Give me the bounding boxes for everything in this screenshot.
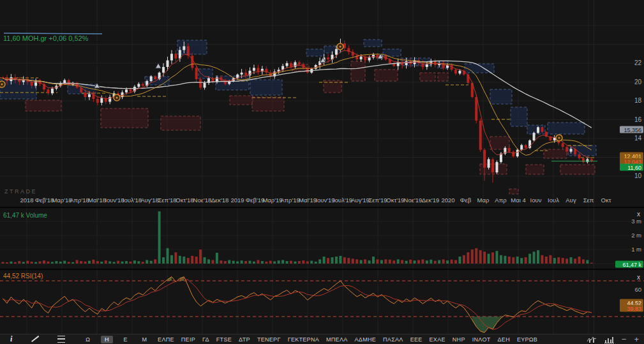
demand-zone-box xyxy=(420,73,435,81)
demand-zone-box xyxy=(252,97,284,111)
volume-pane-close-button[interactable]: x xyxy=(637,211,640,218)
trendline[interactable] xyxy=(4,33,102,34)
price-axis-label: 22 xyxy=(634,59,642,66)
trading-app: 2018Φεβ'18Μαρ'18Απρ'18Μαϊ'18Ιουν'18Ιουλ'… xyxy=(0,0,644,344)
ticker-button-ΤΕΝΕΡΓ[interactable]: ΤΕΝΕΡΓ xyxy=(257,336,281,343)
volume-axis-label: 2 m xyxy=(631,232,641,239)
period-button-Μ[interactable]: Μ xyxy=(139,336,151,343)
time-axis-label: Οκτ xyxy=(601,197,611,204)
supply-zone-box xyxy=(250,80,282,95)
price-axis-label: 16 xyxy=(634,116,642,123)
time-axis-label: 2020 xyxy=(441,197,454,204)
ticker-button-ΠΕΙΡ[interactable]: ΠΕΙΡ xyxy=(181,336,195,343)
indicators-icon[interactable] xyxy=(57,335,65,344)
time-axis-label: Μαρ'19 xyxy=(262,197,282,204)
chart-type-icon[interactable] xyxy=(587,335,597,344)
rsi-badge-text: 39,83 xyxy=(627,306,641,312)
demand-zone-box xyxy=(560,165,595,174)
time-axis-label: Οκτ'18 xyxy=(176,197,193,204)
price-axis-label: 20 xyxy=(634,79,642,86)
ticker-button-ΔΕΗ[interactable]: ΔΕΗ xyxy=(498,336,510,343)
time-axis-label: Αυγ'18 xyxy=(140,197,159,204)
demand-zone-box xyxy=(438,73,448,81)
time-axis-label: Μαϊ'19 xyxy=(299,197,317,204)
volume-axis-label: 3 m xyxy=(631,218,641,225)
rsi-signal-line xyxy=(3,279,592,330)
line-tool-icon[interactable] xyxy=(31,335,38,344)
time-axis-label: Δεκ'19 xyxy=(422,197,440,204)
bottom-toolbar: iΩΗΕΜΕΛΠΕΠΕΙΡΓΔFTSEΔΤΡΤΕΝΕΡΓΓΕΚΤΕΡΝΑΜΠΕΛ… xyxy=(0,334,644,344)
supply-zone-box xyxy=(548,123,585,134)
price-axis-label: 18 xyxy=(634,97,642,104)
split-marker-icon xyxy=(156,63,161,68)
ticker-button-ΙΝΛΟΤ[interactable]: ΙΝΛΟΤ xyxy=(472,336,491,343)
ticker-button-ΓΕΚΤΕΡΝΑ[interactable]: ΓΕΚΤΕΡΝΑ xyxy=(288,336,319,343)
time-axis-label: Σεπ'18 xyxy=(158,197,176,204)
time-axis-label: Ιουν'19 xyxy=(315,197,334,204)
info-glyph: i xyxy=(10,334,12,344)
time-axis-label: Αυγ xyxy=(565,197,576,204)
time-axis-label: Δεκ'18 xyxy=(211,197,229,204)
supply-zone-box xyxy=(145,77,169,85)
time-axis-label: 2019 xyxy=(230,197,244,204)
info-icon[interactable]: i xyxy=(10,335,12,344)
price-axis-label: 10 xyxy=(634,172,642,179)
ticker-button-ΕΧΑΕ[interactable]: ΕΧΑΕ xyxy=(430,336,446,343)
price-badge-text: 11,60 xyxy=(627,165,641,171)
ticker-button-ΜΠΕΛΑ[interactable]: ΜΠΕΛΑ xyxy=(326,336,348,343)
time-axis-label: Απρ'19 xyxy=(280,197,300,204)
supply-zone-box xyxy=(364,40,382,47)
time-axis-label: Οκτ'19 xyxy=(386,197,404,204)
chart-canvas[interactable]: 2018Φεβ'18Μαρ'18Απρ'18Μαϊ'18Ιουν'18Ιουλ'… xyxy=(0,0,644,334)
time-axis-label: Αυγ'19 xyxy=(351,197,370,204)
volume-indicator-icon[interactable] xyxy=(604,335,614,344)
period-button-Η[interactable]: Η xyxy=(101,336,113,343)
zoom-in-button[interactable]: + xyxy=(634,335,639,343)
volume-bars xyxy=(2,211,593,264)
period-button-Ω[interactable]: Ω xyxy=(82,336,94,343)
volume-axis-label: 1 m xyxy=(631,246,641,253)
symbol-header: 11,60 MOH.gr +0,06 0,52% xyxy=(3,34,89,42)
ticker-button-ΕΥΡΩΒ[interactable]: ΕΥΡΩΒ xyxy=(517,336,537,343)
supply-zone-box xyxy=(177,40,207,54)
volume-badge-text: 61,47 k xyxy=(622,262,641,268)
time-axis-label: Απρ xyxy=(495,197,507,204)
rsi-pane-close-button[interactable]: x xyxy=(637,274,640,281)
candlesticks xyxy=(2,39,593,183)
ticker-button-ΕΛΠΕ[interactable]: ΕΛΠΕ xyxy=(158,336,174,343)
demand-zone-box xyxy=(161,116,200,130)
demand-zone-box xyxy=(490,137,509,149)
ticker-button-ΓΔ[interactable]: ΓΔ xyxy=(202,336,209,343)
ticker-button-ΕΕΕ[interactable]: ΕΕΕ xyxy=(410,336,423,343)
time-axis-label: Ιουλ'18 xyxy=(123,197,142,204)
demand-zone-box xyxy=(526,165,544,174)
ticker-button-ΝΗΡ[interactable]: ΝΗΡ xyxy=(453,336,465,343)
time-axis-label: Ιουν'18 xyxy=(105,197,124,204)
price-axis-label: 14 xyxy=(634,135,642,142)
zoom-out-button[interactable]: − xyxy=(622,335,627,343)
ticker-button-ΔΤΡ[interactable]: ΔΤΡ xyxy=(239,336,250,343)
demand-zone-box xyxy=(351,61,365,81)
time-axis-label: Μαϊ'18 xyxy=(88,197,106,204)
time-axis-label: Μαι 4 xyxy=(511,197,525,204)
supply-zone-box xyxy=(490,89,512,104)
time-axis-label: Νοε'18 xyxy=(193,197,212,204)
ticker-button-ΑΔΜΗΕ[interactable]: ΑΔΜΗΕ xyxy=(355,336,377,343)
volume-pane-label: 61,47 k Volume xyxy=(3,212,47,219)
supply-zone-box xyxy=(511,107,527,126)
drawn-zones[interactable] xyxy=(0,33,596,194)
time-axis-label: Ιουλ'19 xyxy=(333,197,352,204)
time-axis-label: Μαρ'18 xyxy=(52,197,71,204)
watermark: ZTRADE xyxy=(4,188,37,195)
ticker-button-FTSE[interactable]: FTSE xyxy=(216,336,232,343)
time-axis-label: Φεβ xyxy=(460,197,472,204)
time-axis-label: Νοε'19 xyxy=(404,197,423,204)
ticker-button-ΠΑΣΑΛ[interactable]: ΠΑΣΑΛ xyxy=(383,336,403,343)
price-badge-text: 15,356 xyxy=(624,127,641,133)
rsi-pane-label: 44,52 RSI(14) xyxy=(3,273,43,280)
toolbar-right-group: −+ xyxy=(587,334,639,344)
time-axis-label: Ιουν xyxy=(530,197,542,204)
demand-zone-box xyxy=(101,108,148,128)
supply-zone-box xyxy=(306,49,324,56)
period-button-Ε[interactable]: Ε xyxy=(120,336,131,343)
